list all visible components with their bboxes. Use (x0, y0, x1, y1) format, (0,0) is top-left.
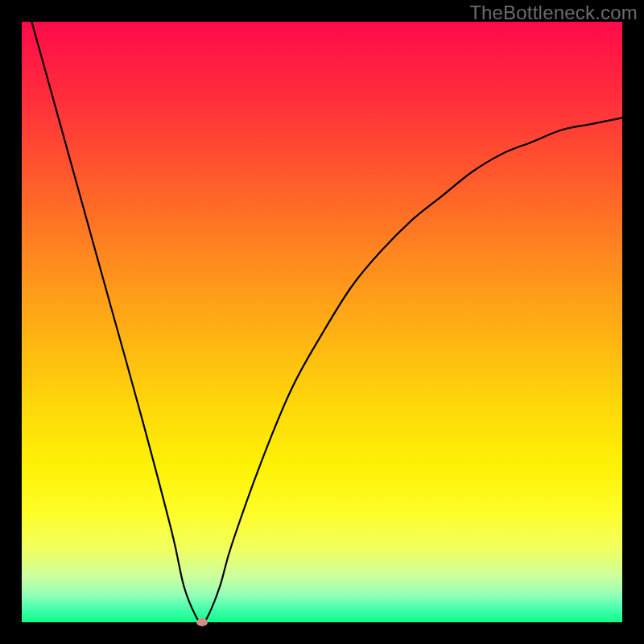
optimum-marker (196, 618, 208, 626)
bottleneck-curve (22, 22, 622, 622)
chart-frame: TheBottleneck.com (0, 0, 644, 644)
plot-area (22, 22, 622, 622)
watermark-text: TheBottleneck.com (469, 2, 638, 24)
